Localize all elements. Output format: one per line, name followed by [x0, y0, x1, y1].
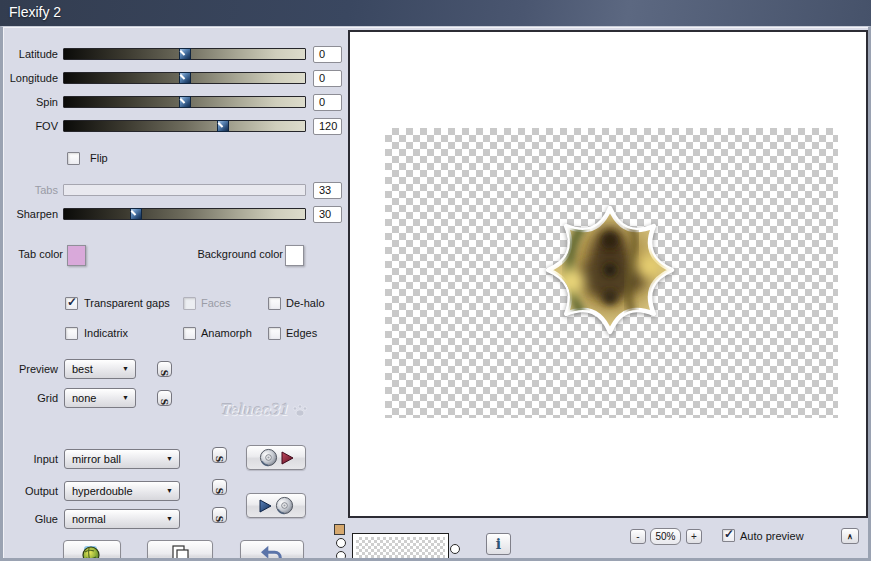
flexify-window: Flexify 2 Latitude 0 Longitude 0 Spin 0 …: [0, 0, 871, 561]
output-dropdown[interactable]: hyperdouble: [64, 481, 180, 501]
preview-mode-radio-2[interactable]: [336, 551, 346, 561]
spin-value-field[interactable]: 0: [313, 94, 342, 111]
save-settings-button[interactable]: [246, 445, 306, 470]
output-shuffle-button[interactable]: S: [212, 479, 227, 495]
latitude-label: Latitude: [0, 48, 58, 60]
tab-color-label: Tab color: [0, 248, 63, 260]
blue-play-icon: [259, 499, 272, 513]
background-color-swatch[interactable]: [285, 245, 304, 266]
cd-icon: [259, 448, 278, 467]
input-shuffle-button[interactable]: S: [212, 447, 227, 463]
preview-label: Preview: [0, 363, 58, 375]
longitude-value-field[interactable]: 0: [313, 70, 342, 87]
longitude-slider-thumb[interactable]: [179, 72, 191, 84]
de-halo-label: De-halo: [286, 297, 325, 309]
longitude-slider[interactable]: [63, 72, 306, 84]
flexified-image: [535, 199, 685, 341]
cd-icon: [275, 496, 294, 515]
dialog-content: Latitude 0 Longitude 0 Spin 0 FOV 120 Fl…: [0, 26, 871, 561]
caret-up-icon: ∧: [847, 532, 853, 541]
watermark-text: Teluec31: [220, 401, 289, 419]
navigator-checkerboard: [356, 537, 445, 561]
background-color-label: Background color: [160, 248, 283, 260]
auto-preview-checkbox[interactable]: [722, 529, 735, 542]
transparent-gaps-label: Transparent gaps: [84, 297, 170, 309]
de-halo-checkbox[interactable]: [268, 297, 281, 310]
grid-shuffle-button[interactable]: S: [157, 390, 172, 406]
grid-dropdown[interactable]: none: [64, 388, 136, 408]
preview-shuffle-button[interactable]: S: [157, 361, 172, 377]
output-label: Output: [0, 485, 58, 497]
latitude-slider[interactable]: [63, 48, 306, 60]
nav-color-swatch[interactable]: [334, 524, 345, 535]
fov-slider-thumb[interactable]: [217, 120, 229, 132]
latitude-value-field[interactable]: 0: [313, 46, 342, 63]
tab-color-swatch[interactable]: [67, 245, 86, 266]
anamorph-label: Anamorph: [201, 327, 252, 339]
spin-label: Spin: [0, 96, 58, 108]
latitude-slider-thumb[interactable]: [179, 48, 191, 60]
transparent-gaps-checkbox[interactable]: [65, 297, 78, 310]
copy-button[interactable]: [147, 540, 213, 561]
window-title: Flexify 2: [9, 4, 61, 20]
edges-checkbox[interactable]: [268, 327, 281, 340]
undo-arrow-icon: [261, 544, 283, 561]
web-button[interactable]: [63, 540, 121, 561]
copy-icon: [170, 544, 190, 561]
preview-canvas[interactable]: [348, 30, 868, 518]
preview-mode-radio-1[interactable]: [336, 538, 346, 548]
sharpen-value-field[interactable]: 30: [313, 206, 342, 223]
info-icon: i: [496, 536, 501, 552]
glue-shuffle-button[interactable]: S: [212, 507, 227, 523]
navigator-thumbnail[interactable]: [352, 533, 449, 561]
tabs-slider: [63, 184, 306, 196]
grid-label: Grid: [0, 392, 58, 404]
zoom-out-button[interactable]: -: [630, 529, 646, 544]
sharpen-slider[interactable]: [63, 208, 306, 220]
watermark: Teluec31: [220, 401, 309, 419]
spin-slider[interactable]: [63, 96, 306, 108]
preview-dropdown[interactable]: best: [64, 359, 136, 379]
paw-icon: [291, 402, 309, 418]
title-bar[interactable]: Flexify 2: [0, 0, 871, 26]
fov-value-field[interactable]: 120: [313, 118, 342, 135]
load-settings-button[interactable]: [246, 493, 306, 518]
indicatrix-label: Indicatrix: [84, 327, 128, 339]
sharpen-label: Sharpen: [0, 208, 58, 220]
minus-icon: -: [636, 531, 639, 542]
tabs-value-field[interactable]: 33: [313, 182, 342, 199]
zoom-level-display[interactable]: 50%: [650, 528, 681, 545]
fov-label: FOV: [0, 120, 58, 132]
glue-label: Glue: [0, 513, 58, 525]
tabs-label: Tabs: [0, 184, 58, 196]
faces-checkbox: [183, 297, 196, 310]
zoom-in-button[interactable]: +: [686, 529, 702, 544]
collapse-button[interactable]: ∧: [841, 528, 859, 544]
anamorph-checkbox[interactable]: [183, 327, 196, 340]
edges-label: Edges: [286, 327, 317, 339]
flip-checkbox[interactable]: [67, 152, 80, 165]
longitude-label: Longitude: [0, 72, 58, 84]
globe-icon: [81, 545, 103, 561]
flip-label: Flip: [90, 152, 108, 164]
red-play-icon: [281, 451, 294, 465]
input-dropdown[interactable]: mirror ball: [64, 449, 180, 469]
glue-dropdown[interactable]: normal: [64, 509, 180, 529]
faces-label: Faces: [201, 297, 231, 309]
auto-preview-label: Auto preview: [740, 530, 804, 542]
indicatrix-checkbox[interactable]: [65, 327, 78, 340]
input-label: Input: [0, 453, 58, 465]
info-button[interactable]: i: [486, 533, 511, 555]
undo-button[interactable]: [240, 540, 304, 561]
sharpen-slider-thumb[interactable]: [130, 208, 142, 220]
spin-slider-thumb[interactable]: [179, 96, 191, 108]
fov-slider[interactable]: [63, 120, 306, 132]
preview-mode-radio-3[interactable]: [450, 544, 460, 554]
plus-icon: +: [691, 531, 697, 542]
